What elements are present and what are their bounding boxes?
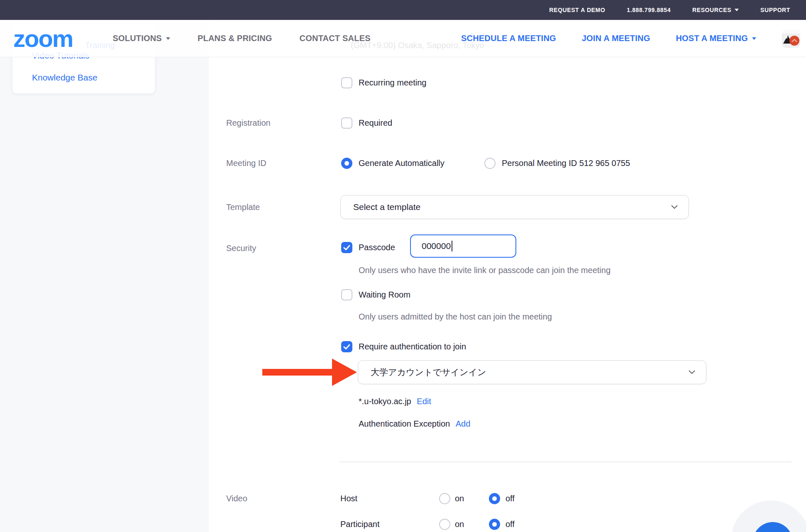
support-link[interactable]: SUPPORT (760, 7, 790, 13)
video-host-label: Host (340, 494, 357, 503)
nav-solutions-label: SOLUTIONS (112, 34, 161, 43)
auth-domain-edit-link[interactable]: Edit (417, 397, 431, 406)
top-utility-bar: REQUEST A DEMO 1.888.799.8854 RESOURCES … (0, 0, 806, 20)
security-label: Security (226, 244, 256, 253)
phone-number[interactable]: 1.888.799.8854 (627, 7, 671, 13)
chevron-down-icon (671, 205, 678, 209)
section-divider (339, 461, 791, 462)
host-video-off-radio[interactable] (489, 493, 500, 504)
nav-contact-sales[interactable]: CONTACT SALES (300, 34, 371, 43)
template-label: Template (226, 203, 260, 212)
require-auth-label: Require authentication to join (359, 342, 466, 351)
schedule-meeting-form: Recurring meeting Registration Required … (0, 0, 806, 532)
schedule-meeting-link[interactable]: SCHEDULE A MEETING (461, 34, 556, 43)
participant-video-off-radio[interactable] (489, 519, 500, 530)
check-icon (343, 245, 350, 251)
text-cursor (452, 241, 452, 251)
waiting-room-label: Waiting Room (359, 290, 410, 300)
main-header: zoom SOLUTIONS PLANS & PRICING CONTACT S… (0, 20, 806, 57)
auth-method-select[interactable]: 大学アカウントでサインイン (358, 360, 706, 384)
meeting-id-personal-radio[interactable] (484, 158, 496, 169)
passcode-checkbox[interactable] (341, 242, 352, 253)
red-arrow-annotation (262, 358, 357, 387)
host-video-on-radio[interactable] (439, 493, 450, 504)
registration-label: Registration (226, 118, 271, 128)
passcode-label: Passcode (359, 243, 395, 252)
host-meeting-menu[interactable]: HOST A MEETING (676, 34, 756, 43)
video-label: Video (226, 494, 247, 503)
passcode-input[interactable]: 000000 (410, 234, 516, 258)
meeting-id-generate-label: Generate Automatically (359, 159, 445, 168)
nav-plans-pricing[interactable]: PLANS & PRICING (198, 34, 272, 43)
participant-video-off-label: off (506, 520, 515, 529)
passcode-value: 000000 (422, 241, 451, 251)
request-demo-link[interactable]: REQUEST A DEMO (549, 7, 605, 13)
auth-exception-add-link[interactable]: Add (456, 419, 471, 428)
join-meeting-link[interactable]: JOIN A MEETING (582, 34, 650, 43)
avatar-image (782, 29, 800, 48)
video-participant-label: Participant (340, 520, 380, 529)
participant-video-on-radio[interactable] (439, 519, 450, 530)
resources-label: RESOURCES (692, 7, 731, 13)
template-select[interactable]: Select a template (340, 195, 689, 219)
auth-domain-row: *.u-tokyo.ac.jp Edit (359, 397, 431, 406)
waiting-room-help-text: Only users admitted by the host can join… (359, 312, 552, 322)
auth-exception-row: Authentication Exception Add (359, 419, 470, 429)
header-nav: SOLUTIONS PLANS & PRICING CONTACT SALES (112, 34, 370, 43)
meeting-id-generate-radio[interactable] (341, 158, 352, 169)
header-actions: SCHEDULE A MEETING JOIN A MEETING HOST A… (461, 29, 800, 48)
zoom-logo[interactable]: zoom (13, 24, 73, 52)
meeting-id-personal-label: Personal Meeting ID 512 965 0755 (502, 159, 630, 168)
nav-solutions[interactable]: SOLUTIONS (112, 34, 170, 43)
check-icon (343, 344, 350, 350)
auth-domain-text: *.u-tokyo.ac.jp (359, 397, 411, 406)
chevron-down-icon (735, 9, 739, 11)
auth-method-value: 大学アカウントでサインイン (371, 366, 486, 378)
registration-required-label: Required (359, 118, 392, 128)
passcode-help-text: Only users who have the invite link or p… (359, 266, 611, 275)
avatar[interactable] (782, 29, 800, 48)
chevron-down-icon (689, 370, 695, 374)
host-video-off-label: off (506, 494, 515, 503)
host-video-on-label: on (455, 494, 464, 503)
recurring-meeting-checkbox[interactable] (341, 77, 352, 88)
page: Video Tutorials Knowledge Base Training … (0, 0, 806, 532)
resources-menu[interactable]: RESOURCES (692, 7, 739, 13)
recurring-meeting-label: Recurring meeting (359, 78, 426, 88)
require-auth-checkbox[interactable] (341, 341, 352, 352)
template-select-value: Select a template (353, 202, 420, 212)
waiting-room-checkbox[interactable] (341, 289, 352, 300)
chevron-down-icon (166, 37, 170, 40)
meeting-id-label: Meeting ID (226, 159, 266, 168)
host-meeting-label: HOST A MEETING (676, 34, 748, 43)
registration-required-checkbox[interactable] (341, 117, 352, 129)
auth-exception-label: Authentication Exception (359, 419, 450, 428)
chevron-down-icon (752, 37, 756, 40)
participant-video-on-label: on (455, 520, 464, 529)
